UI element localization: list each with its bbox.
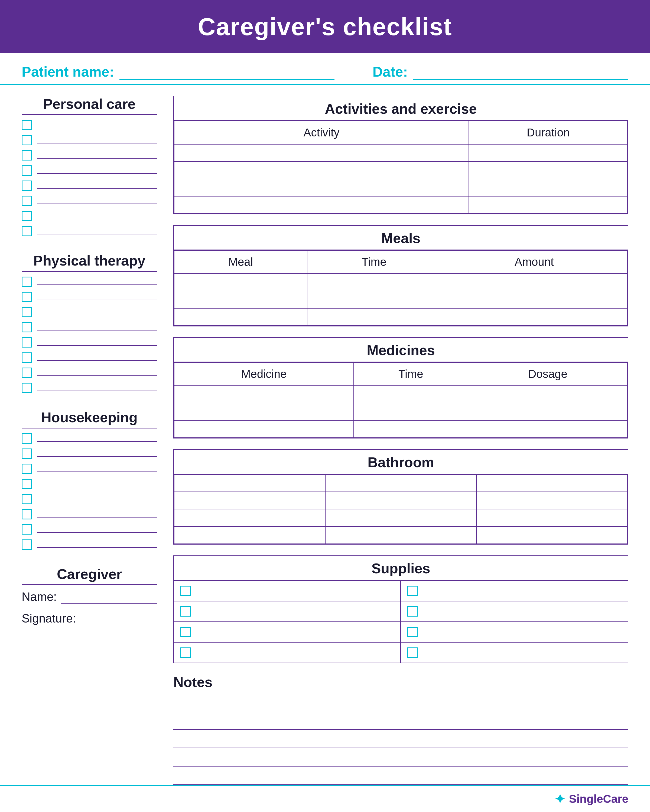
supply-checkbox[interactable] — [180, 586, 191, 596]
checkbox[interactable] — [22, 433, 32, 444]
checkbox[interactable] — [22, 494, 32, 504]
caregiver-section: Caregiver Name: Signature: — [22, 566, 157, 625]
caregiver-name-line[interactable] — [61, 596, 157, 604]
table-row[interactable] — [325, 492, 476, 509]
table-row[interactable] — [354, 386, 468, 403]
checkbox[interactable] — [22, 479, 32, 489]
item-line — [37, 279, 157, 285]
checkbox[interactable] — [22, 165, 32, 176]
table-row[interactable] — [476, 509, 627, 527]
table-row[interactable] — [476, 475, 627, 492]
table-row[interactable] — [174, 475, 325, 492]
checkbox[interactable] — [22, 383, 32, 393]
table-row[interactable] — [174, 509, 325, 527]
table-row[interactable] — [174, 196, 469, 214]
table-row[interactable] — [174, 144, 469, 162]
caregiver-signature-line[interactable] — [80, 618, 157, 625]
personal-care-section: Personal care — [22, 96, 157, 236]
table-row[interactable] — [469, 144, 627, 162]
supply-checkbox[interactable] — [180, 606, 191, 617]
table-row[interactable] — [441, 274, 627, 291]
table-row[interactable] — [441, 291, 627, 308]
table-row[interactable] — [174, 386, 354, 403]
table-row[interactable] — [468, 386, 627, 403]
table-row[interactable] — [476, 492, 627, 509]
checkbox[interactable] — [22, 292, 32, 302]
checkbox[interactable] — [22, 196, 32, 206]
table-row[interactable] — [469, 196, 627, 214]
table-row[interactable] — [469, 162, 627, 179]
table-row[interactable] — [468, 403, 627, 420]
notes-line[interactable] — [173, 698, 629, 711]
table-row[interactable] — [174, 162, 469, 179]
checkbox[interactable] — [22, 150, 32, 160]
checkbox[interactable] — [22, 353, 32, 363]
item-line — [37, 182, 157, 189]
list-item — [22, 524, 157, 534]
checkbox[interactable] — [22, 509, 32, 519]
supply-checkbox[interactable] — [180, 647, 191, 658]
item-line — [37, 496, 157, 502]
checkbox[interactable] — [22, 368, 32, 378]
table-row[interactable] — [307, 274, 441, 291]
supply-checkbox[interactable] — [180, 627, 191, 637]
checkbox[interactable] — [22, 322, 32, 333]
right-column: Activities and exercise Activity Duratio… — [173, 96, 629, 796]
checkbox[interactable] — [22, 120, 32, 130]
medicines-col-dosage: Dosage — [468, 362, 627, 386]
supplies-section: Supplies — [173, 556, 629, 663]
table-row[interactable] — [325, 509, 476, 527]
checkbox[interactable] — [22, 307, 32, 317]
table-row[interactable] — [441, 308, 627, 326]
list-item — [22, 337, 157, 348]
table-row[interactable] — [174, 420, 354, 438]
supply-checkbox[interactable] — [407, 627, 418, 637]
checkbox[interactable] — [22, 226, 32, 236]
list-item — [22, 180, 157, 191]
item-line — [37, 122, 157, 128]
supply-checkbox[interactable] — [407, 586, 418, 596]
checkbox[interactable] — [22, 276, 32, 287]
checkbox[interactable] — [22, 180, 32, 191]
list-item — [22, 464, 157, 474]
item-line — [37, 294, 157, 300]
patient-name-line[interactable] — [119, 70, 335, 80]
list-item — [22, 433, 157, 444]
table-row[interactable] — [469, 179, 627, 196]
checkbox[interactable] — [22, 524, 32, 534]
checkbox[interactable] — [22, 135, 32, 145]
notes-line[interactable] — [173, 716, 629, 730]
checkbox[interactable] — [22, 211, 32, 221]
table-row[interactable] — [354, 403, 468, 420]
table-row[interactable] — [174, 308, 307, 326]
supply-item — [401, 643, 628, 662]
item-line — [37, 511, 157, 517]
notes-line[interactable] — [173, 753, 629, 766]
checkbox[interactable] — [22, 337, 32, 348]
table-row[interactable] — [325, 527, 476, 544]
notes-line[interactable] — [173, 771, 629, 785]
table-row[interactable] — [174, 291, 307, 308]
table-row[interactable] — [307, 291, 441, 308]
medicines-title: Medicines — [174, 338, 628, 362]
table-row[interactable] — [174, 274, 307, 291]
table-row[interactable] — [174, 492, 325, 509]
checkbox[interactable] — [22, 464, 32, 474]
table-row[interactable] — [325, 475, 476, 492]
table-row[interactable] — [307, 308, 441, 326]
checkbox[interactable] — [22, 449, 32, 459]
table-row[interactable] — [468, 420, 627, 438]
table-row[interactable] — [174, 527, 325, 544]
supplies-grid — [174, 580, 628, 662]
table-row[interactable] — [174, 179, 469, 196]
table-row[interactable] — [476, 527, 627, 544]
list-item — [22, 368, 157, 378]
activities-section: Activities and exercise Activity Duratio… — [173, 96, 629, 214]
date-line[interactable] — [413, 70, 629, 80]
supply-checkbox[interactable] — [407, 606, 418, 617]
checkbox[interactable] — [22, 539, 32, 550]
notes-line[interactable] — [173, 734, 629, 748]
table-row[interactable] — [174, 403, 354, 420]
table-row[interactable] — [354, 420, 468, 438]
supply-checkbox[interactable] — [407, 647, 418, 658]
